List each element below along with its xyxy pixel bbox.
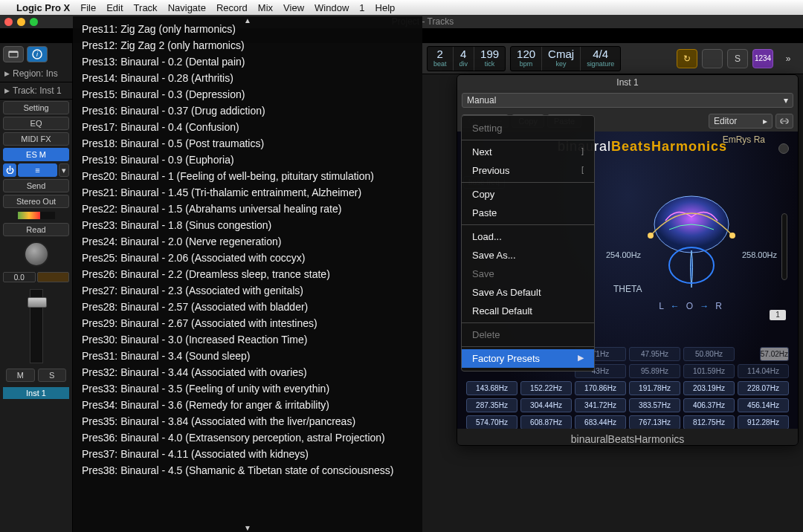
lcd-display[interactable]: 2beat 4div 199tick: [427, 46, 506, 71]
freq-cell[interactable]: 47.95Hz: [629, 347, 680, 361]
menu-factory-presets[interactable]: Factory Presets▶: [462, 349, 594, 368]
preset-item[interactable]: Pres13: Binaural - 0.2 (Dental pain): [73, 53, 422, 70]
freq-cell[interactable]: 456.14Hz: [738, 398, 789, 412]
mute-button[interactable]: M: [6, 369, 35, 382]
menu-load[interactable]: Load...: [462, 227, 594, 246]
menu-edit[interactable]: Edit: [106, 2, 123, 13]
track-name[interactable]: Inst 1: [3, 387, 69, 399]
preset-item[interactable]: Pres25: Binaural - 2.06 (Associated with…: [73, 250, 422, 266]
preset-item[interactable]: Pres17: Binaural - 0.4 (Confusion): [73, 119, 422, 135]
power-icon[interactable]: ⏻: [3, 163, 16, 177]
menu-navigate[interactable]: Navigate: [168, 2, 206, 13]
page-indicator[interactable]: 1: [770, 310, 786, 320]
slot-options-icon[interactable]: ≡: [18, 163, 57, 177]
freq-cell[interactable]: 101.59Hz: [683, 364, 735, 378]
freq-cell[interactable]: 767.13Hz: [629, 415, 680, 429]
pan-value[interactable]: 0.0: [3, 272, 36, 282]
menu-window[interactable]: Window: [315, 2, 349, 13]
preset-item[interactable]: Pres32: Binaural - 3.44 (Associated with…: [73, 364, 422, 380]
eq-button[interactable]: EQ: [3, 117, 69, 130]
cycle-button[interactable]: ↻: [677, 49, 697, 68]
solo-mode-button[interactable]: S: [727, 49, 748, 68]
preset-item[interactable]: Pres27: Binaural - 2.3 (Associated with …: [73, 282, 422, 299]
bypass-led-icon[interactable]: [778, 143, 789, 154]
midifx-slot[interactable]: MIDI FX: [3, 132, 69, 146]
freq-cell[interactable]: 95.89Hz: [629, 364, 680, 378]
preset-item[interactable]: Pres24: Binaural - 2.0 (Nerve regenerati…: [73, 233, 422, 250]
freq-cell[interactable]: 812.75Hz: [683, 415, 735, 429]
freq-cell[interactable]: 50.80Hz: [683, 347, 735, 361]
menu-previous[interactable]: Previous[: [462, 161, 594, 180]
menu-save-default[interactable]: Save As Default: [462, 283, 594, 302]
menu-track[interactable]: Track: [134, 2, 158, 13]
preset-item[interactable]: Pres22: Binaural - 1.5 (Abrahams univers…: [73, 201, 422, 217]
menu-recall-default[interactable]: Recall Default: [462, 302, 594, 320]
send-slot[interactable]: Send: [3, 179, 69, 192]
menu-file[interactable]: File: [80, 2, 96, 13]
preset-item[interactable]: Pres20: Binaural - 1 (Feeling of well-be…: [73, 168, 422, 184]
slot-expand-icon[interactable]: ▾: [59, 163, 69, 177]
inspector-button[interactable]: i: [27, 46, 48, 62]
preset-item[interactable]: Pres37: Binaural - 4.11 (Associated with…: [73, 446, 422, 462]
preset-item[interactable]: Pres36: Binaural - 4.0 (Extrasensory per…: [73, 429, 422, 446]
preset-item[interactable]: Pres12: Zig Zag 2 (only harmonics): [73, 37, 422, 53]
instrument-slot[interactable]: ES M: [3, 148, 69, 161]
link-button[interactable]: [775, 114, 793, 129]
scroll-up-icon[interactable]: ▲: [244, 16, 251, 25]
preset-item[interactable]: Pres38: Binaural - 4.5 (Shamanic & Tibet…: [73, 462, 422, 479]
menu-view[interactable]: View: [283, 2, 304, 13]
menu-mix[interactable]: Mix: [258, 2, 273, 13]
freq-cell[interactable]: 228.07Hz: [738, 381, 789, 395]
solo-button[interactable]: S: [38, 369, 67, 382]
preset-item[interactable]: Pres35: Binaural - 3.84 (Associated with…: [73, 413, 422, 429]
preset-item[interactable]: Pres31: Binaural - 3.4 (Sound sleep): [73, 348, 422, 364]
freq-cell[interactable]: 574.70Hz: [466, 415, 517, 429]
freq-cell[interactable]: 203.19Hz: [683, 381, 735, 395]
preset-item[interactable]: Pres19: Binaural - 0.9 (Euphoria): [73, 152, 422, 168]
countin-button[interactable]: 1234: [752, 49, 773, 68]
library-button[interactable]: [3, 46, 24, 62]
level-bar[interactable]: [781, 213, 787, 280]
menu-help[interactable]: Help: [375, 2, 396, 13]
freq-cell[interactable]: 191.78Hz: [629, 381, 680, 395]
preset-item[interactable]: Pres33: Binaural - 3.5 (Feeling of unity…: [73, 380, 422, 397]
preset-item[interactable]: Pres28: Binaural - 2.57 (Associated with…: [73, 299, 422, 315]
pan-knob[interactable]: [24, 241, 49, 267]
preset-item[interactable]: Pres23: Binaural - 1.8 (Sinus congestion…: [73, 217, 422, 233]
preset-item[interactable]: Pres26: Binaural - 2.2 (Dreamless sleep,…: [73, 266, 422, 282]
menu-paste[interactable]: Paste: [462, 204, 594, 222]
replace-button[interactable]: [702, 49, 723, 68]
preset-item[interactable]: Pres34: Binaural - 3.6 (Remedy for anger…: [73, 397, 422, 413]
zoom-icon[interactable]: [30, 18, 38, 26]
lcd-tempo-key[interactable]: 120bpm Cmajkey 4/4signature: [510, 46, 621, 71]
freq-cell[interactable]: 341.72Hz: [575, 398, 626, 412]
app-name[interactable]: Logic Pro X: [16, 2, 70, 13]
freq-cell[interactable]: 114.04Hz: [738, 364, 789, 378]
view-mode-select[interactable]: Editor ▸: [709, 114, 773, 129]
volume-fader[interactable]: [30, 289, 43, 363]
preset-item[interactable]: Pres18: Binaural - 0.5 (Post traumatics): [73, 135, 422, 152]
preset-item[interactable]: Pres14: Binaural - 0.28 (Arthritis): [73, 70, 422, 86]
freq-cell[interactable]: 383.57Hz: [629, 398, 680, 412]
freq-cell[interactable]: 152.22Hz: [520, 381, 572, 395]
setting-button[interactable]: Setting: [3, 101, 69, 114]
menu-next[interactable]: Next]: [462, 143, 594, 161]
output-slot[interactable]: Stereo Out: [3, 195, 69, 208]
freq-cell[interactable]: 287.35Hz: [466, 398, 517, 412]
minimize-icon[interactable]: [17, 18, 25, 26]
preset-item[interactable]: Pres16: Binaural - 0.37 (Drug addiction): [73, 103, 422, 119]
freq-cell[interactable]: 683.44Hz: [575, 415, 626, 429]
freq-cell[interactable]: 57.02Hz: [760, 347, 789, 361]
automation-mode[interactable]: Read: [3, 223, 69, 236]
preset-item[interactable]: Pres15: Binaural - 0.3 (Depression): [73, 86, 422, 103]
preset-item[interactable]: Pres30: Binaural - 3.0 (Increased Reacti…: [73, 331, 422, 348]
menu-copy[interactable]: Copy: [462, 185, 594, 204]
menu-save-as[interactable]: Save As...: [462, 246, 594, 265]
menu-1[interactable]: 1: [359, 2, 364, 13]
scroll-down-icon[interactable]: ▼: [244, 524, 251, 532]
preset-dropdown[interactable]: Manual ▾: [462, 93, 793, 108]
menu-record[interactable]: Record: [216, 2, 248, 13]
track-header[interactable]: ▶Track: Inst 1: [0, 82, 72, 100]
region-header[interactable]: ▶Region: Ins: [0, 65, 72, 82]
close-icon[interactable]: [4, 18, 13, 26]
